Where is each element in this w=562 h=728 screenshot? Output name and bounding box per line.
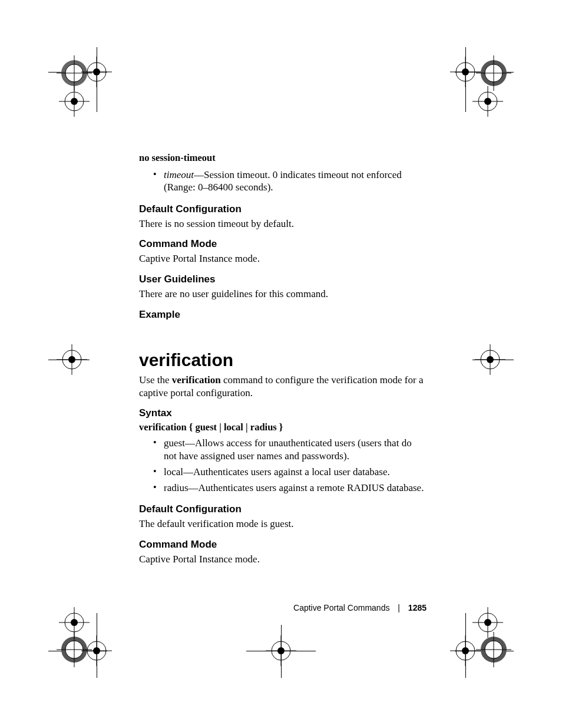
list-item: radius—Authenticates users against a rem… bbox=[153, 482, 427, 494]
svg-point-39 bbox=[65, 641, 83, 658]
body-text: Captive Portal Instance mode. bbox=[139, 252, 427, 265]
registration-mark-icon bbox=[472, 86, 508, 121]
svg-point-18 bbox=[481, 60, 507, 86]
crop-line bbox=[97, 613, 97, 678]
svg-point-10 bbox=[65, 92, 84, 111]
svg-point-19 bbox=[485, 64, 503, 82]
heading-user-guidelines: User Guidelines bbox=[139, 274, 427, 285]
heading-syntax: Syntax bbox=[139, 407, 427, 419]
svg-point-0 bbox=[65, 64, 83, 82]
registration-mark-icon bbox=[472, 607, 508, 643]
svg-point-36 bbox=[65, 641, 83, 658]
crop-line bbox=[97, 47, 97, 112]
page-footer: Captive Portal Commands | 1285 bbox=[139, 603, 427, 612]
registration-mark-icon bbox=[57, 344, 92, 380]
syntax-definition: verification { guest | local | radius } bbox=[139, 421, 427, 433]
svg-point-3 bbox=[65, 64, 83, 82]
svg-point-62 bbox=[484, 619, 491, 626]
crop-line bbox=[48, 651, 107, 651]
svg-point-44 bbox=[65, 613, 84, 632]
heading-default-config: Default Configuration bbox=[139, 203, 427, 215]
svg-point-23 bbox=[478, 92, 497, 111]
list-item: local—Authenticates users against a loca… bbox=[153, 466, 427, 478]
param-desc: —Session timeout. 0 indicates timeout no… bbox=[164, 169, 402, 193]
page-number: 1285 bbox=[408, 603, 427, 612]
registration-mark-icon bbox=[266, 635, 301, 671]
registration-mark-icon bbox=[81, 635, 117, 671]
registration-mark-icon bbox=[476, 632, 511, 667]
command-title: verification bbox=[139, 350, 427, 370]
heading-example: Example bbox=[139, 309, 427, 321]
crop-line bbox=[281, 625, 282, 678]
svg-point-11 bbox=[71, 98, 78, 105]
svg-point-61 bbox=[478, 613, 497, 632]
parameter-list: timeout—Session timeout. 0 indicates tim… bbox=[139, 169, 427, 194]
registration-mark-icon bbox=[57, 55, 92, 91]
svg-point-22 bbox=[485, 64, 503, 82]
footer-separator: | bbox=[398, 603, 400, 612]
registration-mark-icon bbox=[450, 635, 485, 671]
svg-point-45 bbox=[71, 619, 78, 626]
svg-point-60 bbox=[485, 641, 503, 658]
registration-mark-icon bbox=[475, 344, 510, 380]
crop-line bbox=[455, 72, 514, 73]
crop-line bbox=[465, 613, 466, 678]
intro-text: Use the verification command to configur… bbox=[139, 374, 427, 400]
command-negation: no session-timeout bbox=[139, 152, 427, 164]
registration-mark-icon bbox=[450, 57, 485, 92]
heading-default-config: Default Configuration bbox=[139, 503, 427, 515]
list-item: guest—Allows access for unauthenticated … bbox=[153, 437, 427, 462]
text-bold: verification bbox=[172, 374, 221, 386]
page-content: no session-timeout timeout—Session timeo… bbox=[139, 152, 427, 572]
crop-line bbox=[48, 72, 107, 73]
crop-line bbox=[465, 47, 466, 112]
svg-point-56 bbox=[481, 637, 507, 663]
registration-mark-icon bbox=[476, 55, 511, 91]
param-name: timeout bbox=[164, 169, 194, 180]
heading-command-mode: Command Mode bbox=[139, 539, 427, 551]
svg-point-24 bbox=[484, 98, 491, 105]
svg-point-57 bbox=[485, 641, 503, 658]
registration-mark-icon bbox=[57, 632, 92, 667]
option-list: guest—Allows access for unauthenticated … bbox=[139, 437, 427, 494]
crop-line bbox=[472, 360, 514, 360]
text-fragment: Use the bbox=[139, 374, 172, 386]
crop-line bbox=[455, 651, 514, 651]
svg-point-1 bbox=[61, 60, 87, 86]
registration-mark-icon bbox=[81, 57, 117, 92]
footer-section-name: Captive Portal Commands bbox=[293, 603, 389, 612]
body-text: There is no session timeout by default. bbox=[139, 218, 427, 230]
crop-line bbox=[48, 360, 90, 360]
body-text: There are no user guidelines for this co… bbox=[139, 288, 427, 301]
svg-point-2 bbox=[65, 64, 83, 82]
registration-mark-icon bbox=[59, 607, 94, 643]
registration-mark-icon bbox=[59, 86, 94, 121]
body-text: The default verification mode is guest. bbox=[139, 518, 427, 531]
heading-command-mode: Command Mode bbox=[139, 238, 427, 250]
body-text: Captive Portal Instance mode. bbox=[139, 553, 427, 566]
svg-point-35 bbox=[61, 637, 87, 663]
list-item: timeout—Session timeout. 0 indicates tim… bbox=[153, 169, 427, 194]
